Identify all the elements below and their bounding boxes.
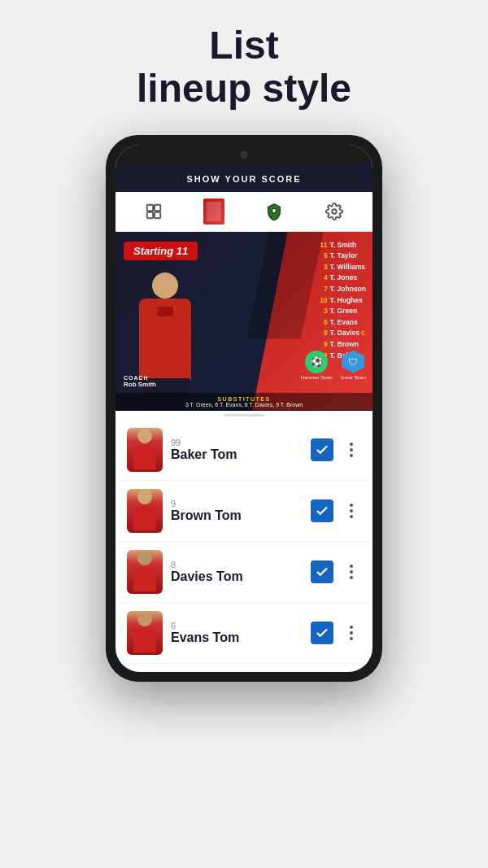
player-info: 9 Brown Tom [171, 499, 303, 523]
page-title: List lineup style [137, 24, 351, 111]
phone-camera [240, 150, 248, 159]
player-name: Evans Tom [171, 630, 303, 645]
lineup-player-list: 11 T. Smith 5 T. Taylor 3 T. Williams 4 … [316, 240, 366, 362]
nav-settings[interactable] [321, 198, 347, 225]
nav-magazine[interactable] [201, 198, 227, 225]
svg-rect-1 [155, 204, 160, 210]
player-list-item: 3 T. Williams [316, 262, 366, 273]
player-list-item: 3 T. Green [316, 306, 366, 317]
team-hanover: ⚽ Hanover Team [301, 351, 333, 380]
player-item[interactable]: 6 Evans Tom [115, 603, 373, 664]
player-image [122, 260, 207, 411]
substitutes-title: SUBSTITUTES [122, 396, 366, 402]
player-item[interactable]: 9 Brown Tom [115, 481, 373, 542]
player-info: 6 Evans Tom [171, 621, 303, 645]
app-header: SHOW YOUR SCORE [115, 164, 373, 192]
player-list-item: 11 T. Smith [316, 240, 366, 251]
coach-name: Rob Smith [124, 381, 156, 388]
svg-rect-2 [147, 212, 153, 218]
team-great: 🛡 Great Team [341, 351, 366, 380]
player-list-item: 6 T. Evans [316, 317, 366, 329]
players-list-section: 99 Baker Tom [115, 420, 373, 672]
player-checkbox[interactable] [311, 560, 333, 583]
more-menu-button[interactable] [342, 501, 361, 521]
phone-notch [115, 145, 373, 164]
player-avatar [127, 489, 163, 533]
lineup-card: Starting 11 11 T. Smith [115, 232, 373, 411]
scroll-indicator [224, 414, 264, 417]
player-avatar [127, 550, 163, 594]
more-menu-button[interactable] [342, 440, 361, 460]
player-checkbox[interactable] [311, 622, 333, 644]
player-name: Brown Tom [171, 508, 303, 523]
teams-row: ⚽ Hanover Team 🛡 Great Team [301, 351, 366, 380]
player-checkbox[interactable] [311, 438, 333, 461]
player-name: Davies Tom [171, 569, 303, 584]
svg-point-5 [332, 209, 337, 214]
substitutes-text: 3 T. Green, 6 T. Evans, 8 T. Davies, 9 T… [122, 402, 366, 408]
substitutes-section: SUBSTITUTES 3 T. Green, 6 T. Evans, 8 T.… [115, 393, 373, 411]
player-info: 8 Davies Tom [171, 560, 303, 584]
player-number: 8 [171, 560, 303, 569]
app-nav [115, 192, 373, 232]
svg-rect-3 [155, 212, 160, 218]
player-list-item: 10 T. Hughes [316, 295, 366, 307]
player-list-item: 9 T. Brown [316, 339, 366, 351]
player-number: 99 [171, 438, 303, 447]
svg-rect-0 [147, 204, 153, 210]
player-number: 6 [171, 621, 303, 630]
player-list-item: 4 T. Jones [316, 273, 366, 284]
svg-point-4 [272, 208, 277, 213]
phone-device: SHOW YOUR SCORE [106, 135, 382, 682]
player-info: 99 Baker Tom [171, 438, 303, 462]
player-item[interactable]: 8 Davies Tom [115, 542, 373, 603]
nav-lineup[interactable] [141, 198, 167, 225]
more-menu-button[interactable] [342, 623, 361, 643]
nav-shield[interactable] [261, 198, 287, 225]
player-list-item: 8 T. Davies [316, 328, 366, 339]
phone-screen: SHOW YOUR SCORE [115, 145, 373, 672]
player-list-item: 7 T. Johnson [316, 284, 366, 295]
more-menu-button[interactable] [342, 562, 361, 582]
player-name: Baker Tom [171, 447, 303, 462]
coach-info: COACH Rob Smith [124, 375, 156, 388]
player-list-item: 5 T. Taylor [316, 251, 366, 262]
starting-badge: Starting 11 [124, 242, 198, 260]
app-header-title: SHOW YOUR SCORE [186, 174, 301, 184]
player-avatar [127, 428, 163, 472]
player-item[interactable]: 99 Baker Tom [115, 420, 373, 481]
player-number: 9 [171, 499, 303, 508]
player-avatar [127, 611, 163, 655]
player-checkbox[interactable] [311, 499, 333, 522]
coach-title: COACH [124, 375, 156, 381]
